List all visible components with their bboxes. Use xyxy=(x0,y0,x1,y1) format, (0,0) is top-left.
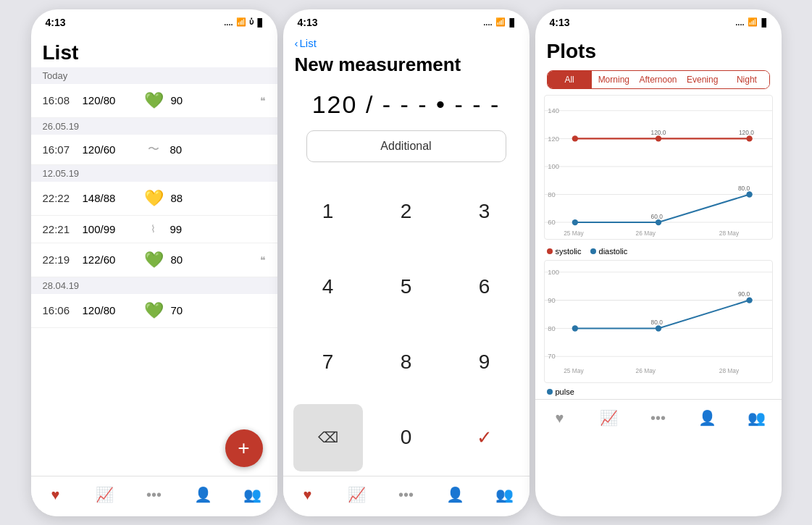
tab-more[interactable]: ••• xyxy=(138,479,170,511)
svg-point-36 xyxy=(746,297,752,303)
diastolic-dot xyxy=(590,248,596,254)
list-item[interactable]: 22:22 148/88 💛 88 xyxy=(31,182,277,216)
tab-more-3[interactable]: ••• xyxy=(643,402,674,434)
tab-plots-2[interactable]: 📈 xyxy=(341,479,373,511)
tab-share-3[interactable]: 👥 xyxy=(741,402,773,434)
list-item[interactable]: 16:06 120/80 💚 70 xyxy=(31,294,277,328)
status-icons-1: .... 📶 ὐ‌ ▮ xyxy=(224,15,262,29)
key-0[interactable]: 0 xyxy=(367,400,445,475)
svg-text:120.0: 120.0 xyxy=(738,129,753,136)
tab-profile[interactable]: 👤 xyxy=(188,479,219,511)
row-pulse: 80 xyxy=(171,253,191,266)
tab-profile-2[interactable]: 👤 xyxy=(440,479,472,511)
seg-night[interactable]: Night xyxy=(724,71,769,88)
key-7[interactable]: 7 xyxy=(289,324,367,400)
section-today: Today xyxy=(31,67,277,84)
list-body: Today 16:08 120/80 💚 90 ❝ 26.05.19 16:07… xyxy=(31,67,277,476)
tab-bar-1: ♥ 📈 ••• 👤 👥 xyxy=(31,476,277,516)
key-9[interactable]: 9 xyxy=(445,324,524,400)
chart-tab-icon-2: 📈 xyxy=(348,486,366,503)
tab-plots-3[interactable]: 📈 xyxy=(593,402,625,434)
measurement-screen: 4:13 .... 📶 ▮ ‹ List New measurement 120… xyxy=(283,9,530,516)
svg-text:70: 70 xyxy=(548,352,555,360)
pulse-chart: 100 90 80 70 25 May 26 May 28 May 80.0 9… xyxy=(544,260,773,383)
row-time: 16:06 xyxy=(43,304,75,316)
section-12may: 12.05.19 xyxy=(31,165,277,182)
measurement-content: ‹ List New measurement 120 / - - - • - -… xyxy=(283,33,530,516)
seg-evening[interactable]: Evening xyxy=(680,71,724,88)
key-1[interactable]: 1 xyxy=(289,174,367,249)
list-item[interactable]: 16:07 120/60 〜 80 xyxy=(31,135,277,165)
svg-text:90: 90 xyxy=(548,295,555,303)
key-2[interactable]: 2 xyxy=(367,174,445,249)
heart-green-icon: 💚 xyxy=(144,251,164,269)
key-5[interactable]: 5 xyxy=(367,249,445,324)
row-pulse: 90 xyxy=(171,94,191,106)
systolic-dot xyxy=(547,248,553,254)
row-bp: 122/60 xyxy=(83,253,137,266)
svg-text:100: 100 xyxy=(548,162,559,170)
plots-header: Plots xyxy=(535,33,782,67)
tab-share[interactable]: 👥 xyxy=(237,479,269,511)
seg-all[interactable]: All xyxy=(548,71,592,88)
quote-icon: ❝ xyxy=(260,254,266,266)
svg-text:80: 80 xyxy=(548,324,555,332)
list-item[interactable]: 16:08 120/80 💚 90 ❝ xyxy=(31,84,277,118)
tab-share-2[interactable]: 👥 xyxy=(489,479,521,511)
svg-text:60.0: 60.0 xyxy=(650,212,663,219)
back-button[interactable]: ‹ List xyxy=(283,33,530,49)
list-item[interactable]: 22:21 100/99 ⌇ 99 xyxy=(31,216,277,243)
wave-icon: 〜 xyxy=(144,142,163,157)
pulse-label: pulse xyxy=(556,387,574,396)
measurement-display: 120 / - - - • - - - xyxy=(283,85,530,127)
key-delete[interactable]: ⌫ xyxy=(293,404,363,471)
heart-tab-icon-2: ♥ xyxy=(304,487,312,503)
tab-bar-2: ♥ 📈 ••• 👤 👥 xyxy=(283,476,530,516)
svg-text:100: 100 xyxy=(548,267,559,275)
seg-morning[interactable]: Morning xyxy=(592,71,636,88)
svg-point-34 xyxy=(572,325,577,331)
row-bp: 120/80 xyxy=(83,94,137,106)
svg-point-19 xyxy=(655,219,661,224)
key-3[interactable]: 3 xyxy=(445,174,524,249)
row-pulse: 80 xyxy=(170,143,191,156)
quote-icon: ❝ xyxy=(260,95,266,106)
status-bar-3: 4:13 .... 📶 ▮ xyxy=(535,9,782,33)
tab-profile-3[interactable]: 👤 xyxy=(692,402,724,434)
key-confirm[interactable]: ✓ xyxy=(445,400,524,475)
svg-text:120.0: 120.0 xyxy=(650,129,666,136)
pulse-dot xyxy=(547,389,553,395)
svg-point-18 xyxy=(572,219,577,224)
wave-icon: ⌇ xyxy=(144,223,163,235)
status-icons-3: .... 📶 ▮ xyxy=(735,15,766,29)
key-8[interactable]: 8 xyxy=(367,324,445,400)
tab-list[interactable]: ♥ xyxy=(40,479,72,511)
svg-text:60: 60 xyxy=(548,218,555,226)
share-tab-icon-3: 👥 xyxy=(748,409,766,427)
svg-text:80.0: 80.0 xyxy=(650,319,663,326)
status-icons-2: .... 📶 ▮ xyxy=(483,15,514,29)
seg-afternoon[interactable]: Afternoon xyxy=(636,71,680,88)
key-4[interactable]: 4 xyxy=(289,249,367,324)
profile-tab-icon: 👤 xyxy=(194,486,212,503)
svg-text:80: 80 xyxy=(548,190,555,198)
row-pulse: 88 xyxy=(171,192,191,204)
tab-list-2[interactable]: ♥ xyxy=(292,479,324,511)
tab-more-2[interactable]: ••• xyxy=(390,479,422,511)
list-item[interactable]: 22:19 122/60 💚 80 ❝ xyxy=(31,243,277,277)
back-arrow-icon: ‹ xyxy=(295,37,298,49)
measurement-title: New measurement xyxy=(283,49,530,85)
tab-plots[interactable]: 📈 xyxy=(89,479,121,511)
row-bp: 120/80 xyxy=(83,304,137,316)
segment-control: All Morning Afternoon Evening Night xyxy=(547,70,770,89)
row-time: 16:07 xyxy=(43,143,75,156)
additional-button[interactable]: Additional xyxy=(306,130,506,162)
svg-text:28 May: 28 May xyxy=(719,229,739,236)
key-6[interactable]: 6 xyxy=(445,249,524,324)
svg-point-35 xyxy=(655,325,661,331)
heart-green-icon: 💚 xyxy=(144,91,164,110)
tab-list-3[interactable]: ♥ xyxy=(544,402,576,434)
add-measurement-button[interactable]: + xyxy=(225,429,263,467)
systolic-label: systolic xyxy=(556,247,582,256)
status-time-3: 4:13 xyxy=(550,17,570,28)
